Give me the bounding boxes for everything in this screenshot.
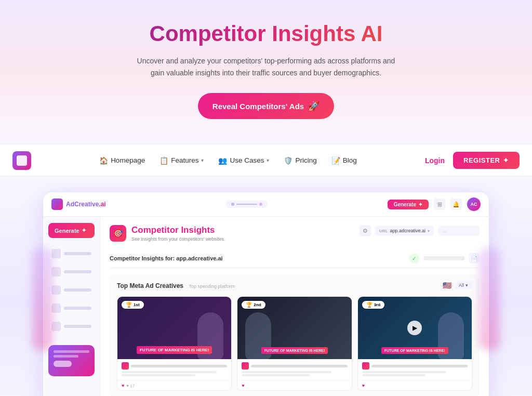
rocket-icon: 🚀 [308, 100, 320, 112]
login-button[interactable]: Login [425, 156, 445, 165]
document-icon: 📄 [469, 253, 480, 263]
dropdown-label: All [459, 283, 464, 288]
app-topbar-center [226, 201, 268, 208]
glow-right [479, 247, 500, 351]
rank-label-2: 2nd [254, 302, 261, 307]
nav-label-features: Features [171, 156, 198, 164]
sidebar-card-button[interactable] [54, 361, 72, 367]
hero-subtitle: Uncover and analyze your competitors' to… [131, 55, 401, 78]
ad-footer-1: ♥ ♥ 17 [117, 380, 231, 390]
play-button[interactable]: ▶ [407, 321, 422, 335]
grid-icon[interactable]: ⊞ [434, 199, 445, 210]
ci-title-area: 🎯 Competitor Insights See insights from … [110, 225, 225, 242]
trophy-icon: 🏆 [126, 302, 132, 308]
generate-label: Generate [394, 202, 416, 207]
meta-ads-header: Top Meta Ad Creatives Top spending platf… [117, 281, 472, 290]
hero-cta-button[interactable]: Reveal Competitors' Ads 🚀 [198, 93, 334, 119]
nav-label-blog: Blog [343, 156, 357, 164]
ad-overlay-text-2: Future Of Marketing Is Here! [261, 347, 328, 354]
hero-section: Competitor Insights AI Uncover and analy… [0, 0, 532, 145]
sidebar-card-line-1 [54, 350, 89, 353]
nav-label-usecases: Use Cases [230, 156, 264, 164]
ci-input-bar[interactable]: ... [438, 226, 480, 235]
sidebar-item-1[interactable] [48, 245, 95, 262]
rank-badge-2: 🏆 2nd [242, 301, 265, 309]
sidebar-card-line-2 [54, 355, 78, 358]
app-logo-icon [51, 199, 63, 210]
app-showcase: AdCreative.ai Generate ✦ ⊞ [0, 176, 532, 396]
meta-ads-title: Top Meta Ad Creatives [117, 282, 183, 289]
ad-body-3 [358, 359, 472, 380]
sidebar-promo-card [48, 345, 95, 376]
sidebar-item-4[interactable] [48, 300, 95, 316]
sidebar-label-3 [64, 288, 91, 292]
register-label: REGISTER [463, 156, 500, 164]
app-topbar: AdCreative.ai Generate ✦ ⊞ [43, 192, 489, 217]
sidebar-label-1 [64, 252, 91, 255]
sidebar-label-2 [64, 270, 91, 273]
brand-dot-3 [362, 362, 369, 369]
app-logo-text-2: .ai [99, 201, 105, 208]
rank-label-3: 3rd [374, 302, 380, 307]
breadcrumb-line [236, 204, 257, 205]
app-body: Generate ✦ [43, 217, 489, 396]
brand-dot-1 [122, 362, 129, 369]
meta-ads-subtitle: Top spending platform [189, 284, 235, 289]
app-generate-button[interactable]: Generate ✦ [388, 200, 429, 209]
nav-label-homepage: Homepage [111, 156, 145, 164]
ci-icon: 🎯 [110, 225, 126, 242]
nav-center: 🏠 Homepage 📋 Features ▾ 👥 Use Cases ▾ 🛡️… [99, 156, 357, 165]
ad-text-1 [122, 371, 217, 373]
nav-item-pricing[interactable]: 🛡️ Pricing [284, 156, 316, 165]
sidebar-generate-label: Generate [55, 228, 79, 234]
chevron-down-icon-2: ▾ [267, 157, 269, 163]
ci-title: Competitor Insights [131, 225, 225, 235]
sidebar-item-2[interactable] [48, 263, 95, 280]
brand-line-3 [371, 365, 468, 367]
ad-footer-3: ♥ [358, 380, 472, 390]
app-breadcrumb [226, 201, 268, 208]
ad-body-1 [117, 359, 231, 380]
ad-card-2[interactable]: 🏆 2nd Future Of Marketing Is Here! [237, 296, 352, 391]
rank-label-1: 1st [134, 302, 140, 307]
ad-card-1[interactable]: 🏆 1st FUTURE OF MARKETING IS HERE! [117, 296, 232, 391]
ci-for-text: Competitor Insights for: app.adcreative.… [110, 255, 223, 261]
nav-item-blog[interactable]: 📝 Blog [331, 156, 357, 165]
bell-icon[interactable]: 🔔 [450, 199, 462, 210]
app-logo-area: AdCreative.ai [51, 199, 106, 210]
ad-card-3[interactable]: 🏆 3rd ▶ Future Of Marketing Is Here! [357, 296, 472, 391]
app-logo-text: AdCreative.ai [66, 201, 106, 208]
nav-item-features[interactable]: 📋 Features ▾ [159, 156, 204, 165]
ci-for-line: Competitor Insights for: app.adcreative.… [110, 249, 480, 268]
ad-body-2 [237, 359, 351, 380]
ad-overlay-2: Future Of Marketing Is Here! [237, 345, 351, 354]
nav-item-homepage[interactable]: 🏠 Homepage [99, 156, 145, 165]
chevron-down-icon: ▾ [201, 157, 204, 163]
nav-label-pricing: Pricing [295, 156, 316, 164]
gear-icon[interactable]: ⚙ [360, 225, 371, 236]
blog-icon: 📝 [331, 156, 340, 165]
sidebar-label-4 [64, 307, 91, 310]
sidebar-generate-button[interactable]: Generate ✦ [48, 223, 95, 238]
sidebar-plus-icon: ✦ [82, 227, 86, 234]
ad-brand-row-1 [122, 362, 227, 369]
register-button[interactable]: REGISTER ✦ [453, 152, 520, 169]
ad-stat-1: ♥ 17 [126, 384, 135, 388]
home-icon: 🏠 [99, 156, 108, 165]
sidebar-label-5 [64, 325, 91, 328]
ad-footer-2: ♥ [237, 380, 351, 390]
meta-dropdown[interactable]: All ▾ [455, 281, 472, 289]
check-icon: ✓ [409, 253, 419, 263]
url-value: app.adcreative.ai [390, 228, 425, 233]
url-chevron-icon: ▾ [428, 229, 430, 233]
url-label: URL [379, 229, 388, 233]
logo-icon [17, 155, 27, 166]
sidebar-item-3[interactable] [48, 282, 95, 298]
nav-logo[interactable] [12, 151, 31, 170]
rank-badge-1: 🏆 1st [122, 301, 144, 309]
ad-text-4 [242, 374, 310, 376]
user-avatar[interactable]: AC [467, 197, 481, 211]
sidebar-item-5[interactable] [48, 318, 95, 335]
nav-item-usecases[interactable]: 👥 Use Cases ▾ [218, 156, 269, 165]
nav-right: Login REGISTER ✦ [425, 152, 520, 169]
